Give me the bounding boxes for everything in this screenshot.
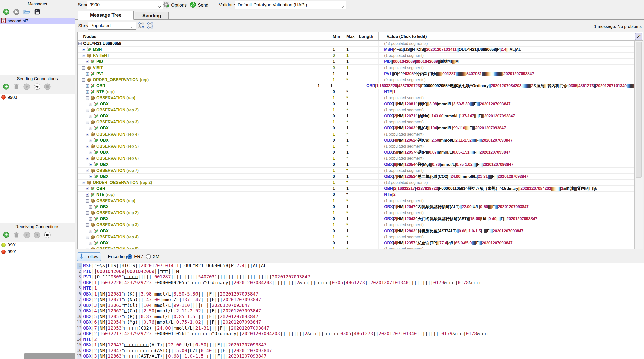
value-cell[interactable]: (1 populated segment) bbox=[382, 65, 634, 71]
tree-scrollbar[interactable] bbox=[634, 41, 643, 249]
collapse-icon[interactable]: − bbox=[86, 169, 89, 172]
tree-row[interactable]: +OBX01OBX|4|NM|12357^总蛋白(TP)||77.4|g/L|6… bbox=[78, 240, 634, 246]
value-cell[interactable]: PV1||O|^^^0305^肾内科门诊||||||001287||||||||… bbox=[382, 71, 634, 77]
tree-row[interactable]: +OBX01OBX|7|NM|12053^总二氧化碳(CO2)||24.00|m… bbox=[78, 174, 634, 180]
send-target-combo[interactable]: 9900 bbox=[87, 1, 163, 9]
save-icon[interactable] bbox=[34, 8, 41, 15]
value-cell[interactable]: OBX|4|NM|12062^钙(Ca)||2.50|mmol/L|2.11-2… bbox=[382, 137, 634, 143]
collapse-icon[interactable]: − bbox=[86, 223, 89, 227]
tree-row[interactable]: +OBR11OBR|2|16032217|4237929723|F0000011… bbox=[78, 186, 634, 192]
tree-row[interactable]: −OBSERVATION (rep 2)1*(1 populated segme… bbox=[78, 210, 634, 216]
tree-row[interactable]: +PID11PID||0001042069|0001042069||谢继祖|||… bbox=[78, 59, 634, 65]
collapse-all-icon[interactable] bbox=[138, 22, 145, 30]
tree-row[interactable]: −PATIENT01(1 populated segment) bbox=[78, 53, 634, 59]
value-cell[interactable]: OBX|1|NM|12047^丙氨酸氨基转移酶(ALT)||22.00|U/L|… bbox=[382, 204, 634, 210]
collapse-icon[interactable]: − bbox=[86, 157, 89, 160]
expand-icon[interactable]: + bbox=[89, 175, 92, 178]
expand-icon[interactable]: + bbox=[89, 103, 92, 106]
value-cell[interactable]: (13 populated segments) bbox=[382, 180, 634, 185]
sending-connection-item[interactable]: 9900 bbox=[0, 94, 75, 101]
value-cell[interactable]: (1 populated segment) bbox=[382, 119, 634, 125]
value-cell[interactable]: OBX|3|NM|12863^转氨酶比值(AST/ALT)||0.68||1.0… bbox=[382, 228, 634, 234]
value-cell[interactable]: OBX|2|NM|12071^钠(Na)||143.00|mmol/L|137-… bbox=[382, 113, 634, 119]
show-filter-combo[interactable]: Populated bbox=[88, 22, 136, 30]
value-cell[interactable]: OBX|5|NM|12057^磷(P)||0.87|mmol/L|0.85-1.… bbox=[382, 149, 634, 155]
value-cell[interactable]: PID||0001042069|0001042069||谢继祖|||M bbox=[382, 59, 634, 64]
expand-icon[interactable]: + bbox=[86, 84, 89, 88]
radio-er7[interactable] bbox=[127, 254, 132, 259]
tree-row[interactable]: −ORDER_OBSERVATION (rep 2)1*(13 populate… bbox=[78, 180, 634, 186]
validate-combo[interactable]: Default Datatype Validation (HAPI) bbox=[235, 1, 346, 9]
expand-icon[interactable]: + bbox=[89, 163, 92, 166]
add-connection-icon[interactable] bbox=[3, 231, 10, 238]
column-header-length[interactable]: Length bbox=[356, 32, 379, 40]
value-cell[interactable]: (1 populated segment) bbox=[382, 246, 634, 249]
expand-icon[interactable]: + bbox=[89, 139, 92, 142]
expand-icon[interactable]: + bbox=[89, 242, 92, 245]
collapse-icon[interactable]: − bbox=[82, 54, 85, 57]
add-connection-icon[interactable] bbox=[3, 83, 10, 90]
message-file-item[interactable]: 7 second.hl7 bbox=[0, 18, 75, 24]
tree-row[interactable]: −OBSERVATION (rep 6)1*(1 populated segme… bbox=[78, 155, 634, 161]
tree-row[interactable]: −VISIT01(1 populated segment) bbox=[78, 65, 634, 71]
value-cell[interactable]: OBX|3|NM|12063^氯(Cl)||104|mmol/L|99-110|… bbox=[382, 125, 634, 131]
tree-row[interactable]: −OBSERVATION (rep 7)1*(1 populated segme… bbox=[78, 168, 634, 174]
tree-row[interactable]: +OBX01OBX|2|NM|12043^天门冬氨酸氨基转移酶(AST)||15… bbox=[78, 216, 634, 222]
tree-row[interactable]: +NTE (rep)0*NTE|1 bbox=[78, 89, 634, 95]
column-header-min[interactable]: Min bbox=[330, 32, 344, 40]
start-all-connections-icon[interactable] bbox=[34, 83, 41, 90]
tree-row[interactable]: +OBX01OBX|4|NM|12062^钙(Ca)||2.50|mmol/L|… bbox=[78, 137, 634, 143]
expand-icon[interactable]: + bbox=[89, 127, 92, 130]
tree-row[interactable]: +OBX01OBX|5|NM|12057^磷(P)||0.87|mmol/L|0… bbox=[78, 149, 634, 155]
value-cell[interactable]: (43 populated segments) bbox=[382, 41, 634, 46]
collapse-icon[interactable]: − bbox=[86, 109, 89, 112]
tree-row[interactable]: −ORDER_OBSERVATION (rep)1*(9 populated s… bbox=[78, 77, 634, 83]
receiving-connection-item[interactable]: 9901 bbox=[0, 248, 75, 255]
column-header-nodes[interactable]: Nodes bbox=[78, 32, 330, 40]
value-cell[interactable]: (1 populated segment) bbox=[382, 210, 634, 216]
close-message-icon[interactable] bbox=[13, 8, 20, 15]
collapse-icon[interactable]: − bbox=[86, 211, 89, 215]
tab-message-tree[interactable]: Message Tree bbox=[78, 11, 134, 20]
tree-row[interactable]: +OBR11OBR|1|16032220|4237929723|F0000009… bbox=[78, 83, 634, 89]
collapse-icon[interactable]: − bbox=[86, 121, 89, 124]
value-cell[interactable]: OBX|4|NM|12357^总蛋白(TP)||77.4|g/L|65.0-85… bbox=[382, 240, 634, 246]
stop-connection-icon[interactable] bbox=[44, 231, 51, 238]
tree-row[interactable]: −OBSERVATION (rep)1*(1 populated segment… bbox=[78, 198, 634, 204]
radio-xml[interactable] bbox=[146, 254, 151, 259]
tree-row[interactable]: +OBX01OBX|6|NM|12054^镁(Mg)||0.76|mmol/L|… bbox=[78, 161, 634, 168]
add-message-icon[interactable] bbox=[3, 8, 10, 15]
collapse-icon[interactable]: − bbox=[82, 181, 85, 184]
follow-toggle-button[interactable]: Follow bbox=[77, 252, 101, 261]
collapse-icon[interactable]: − bbox=[86, 145, 89, 148]
column-header-max[interactable]: Max bbox=[344, 32, 356, 40]
value-cell[interactable]: NTE|2 bbox=[382, 192, 634, 198]
tree-row[interactable]: +OBX01OBX|3|NM|12863^转氨酶比值(AST/ALT)||0.6… bbox=[78, 228, 634, 234]
collapse-icon[interactable]: − bbox=[86, 199, 89, 203]
start-all-connections-icon[interactable] bbox=[34, 231, 41, 238]
value-cell[interactable]: OBX|2|NM|12043^天门冬氨酸氨基转移酶(AST)||15.00|U/… bbox=[382, 216, 634, 222]
value-cell[interactable]: (1 populated segment) bbox=[382, 131, 634, 137]
tree-row[interactable]: −OUL^R21 U6680658(43 populated segments) bbox=[78, 41, 634, 47]
tree-row[interactable]: −OBSERVATION (rep 5)1*(1 populated segme… bbox=[78, 143, 634, 149]
expand-icon[interactable]: + bbox=[86, 90, 89, 94]
value-cell[interactable]: (9 populated segments) bbox=[382, 77, 634, 83]
tree-row[interactable]: +MSH11MSH|^~\&|LIS||HTCIS||2020120710141… bbox=[78, 47, 634, 53]
collapse-icon[interactable]: − bbox=[86, 96, 89, 100]
tree-row[interactable]: +OBX01OBX|1|NM|12047^丙氨酸氨基转移酶(ALT)||22.0… bbox=[78, 204, 634, 210]
scrollbar-thumb[interactable] bbox=[636, 42, 642, 178]
expand-icon[interactable]: + bbox=[86, 193, 89, 197]
value-cell[interactable]: NTE|1 bbox=[382, 89, 634, 95]
collapse-icon[interactable]: − bbox=[86, 248, 89, 249]
value-cell[interactable]: (1 populated segment) bbox=[382, 155, 634, 161]
tree-row[interactable]: +OBX01OBX|3|NM|12063^氯(Cl)||104|mmol/L|9… bbox=[78, 125, 634, 131]
expand-icon[interactable]: + bbox=[82, 48, 85, 51]
column-header-value[interactable]: Value (Click to Edit) bbox=[382, 32, 634, 40]
delete-connection-icon[interactable] bbox=[13, 83, 20, 90]
stop-connection-icon[interactable] bbox=[44, 83, 51, 90]
tree-row[interactable]: −OBSERVATION (rep 2)1*(1 populated segme… bbox=[78, 107, 634, 113]
receiving-connection-item[interactable]: 9901 bbox=[0, 242, 75, 248]
expand-icon[interactable]: + bbox=[86, 187, 89, 190]
tree-row[interactable]: −OBSERVATION (rep 4)1*(1 populated segme… bbox=[78, 234, 634, 240]
expand-icon[interactable]: + bbox=[86, 72, 89, 76]
